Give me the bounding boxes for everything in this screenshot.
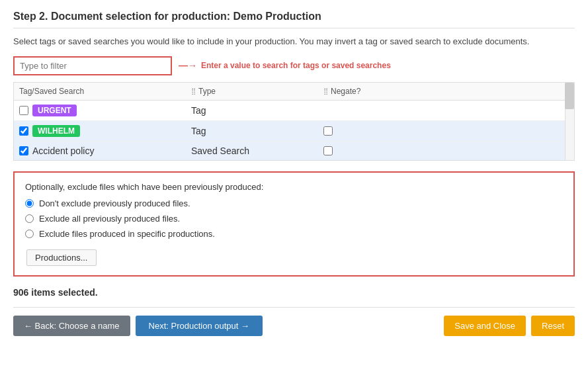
radio-no-exclude-input[interactable] — [25, 199, 34, 208]
row-type-accident-policy: Saved Search — [191, 146, 249, 156]
radio-no-exclude: Don't exclude previously produced files. — [25, 198, 563, 208]
radio-exclude-specific-input[interactable] — [25, 230, 34, 238]
footer-left: ← Back: Choose a name Next: Production o… — [13, 316, 263, 336]
back-button[interactable]: ← Back: Choose a name — [13, 316, 130, 336]
row-type-urgent: Tag — [191, 105, 206, 116]
row-negate-wilhelm[interactable] — [323, 126, 333, 136]
table-body: URGENT Tag WILHELM Tag — [14, 101, 574, 160]
step-title: Step 2. Document selection for productio… — [13, 11, 575, 28]
radio-exclude-all-input[interactable] — [25, 214, 34, 223]
exclusion-section: Optionally, exclude files which have bee… — [13, 171, 575, 277]
table-header: Tag/Saved Search ⣿ Type ⣿ Negate? — [14, 83, 574, 101]
save-close-button[interactable]: Save and Close — [444, 316, 526, 336]
footer: ← Back: Choose a name Next: Production o… — [13, 307, 575, 336]
row-type-wilhelm: Tag — [191, 126, 206, 136]
radio-no-exclude-label[interactable]: Don't exclude previously produced files. — [39, 198, 190, 208]
filter-input[interactable] — [13, 56, 172, 75]
row-label-accident-policy: Accident policy — [32, 146, 94, 156]
radio-exclude-all: Exclude all previously produced files. — [25, 214, 563, 224]
filter-hint: Enter a value to search for tags or save… — [201, 61, 391, 70]
description: Select tags or saved searches you would … — [13, 35, 575, 48]
table-row: WILHELM Tag — [14, 121, 574, 142]
table-row: URGENT Tag — [14, 101, 574, 121]
table-row: Accident policy Saved Search — [14, 142, 574, 160]
radio-exclude-all-label[interactable]: Exclude all previously produced files. — [39, 214, 180, 224]
col-tag-saved-search: Tag/Saved Search — [19, 87, 191, 96]
items-selected: 906 items selected. — [13, 287, 575, 298]
col-negate: ⣿ Negate? — [323, 87, 569, 96]
reset-button[interactable]: Reset — [531, 316, 575, 336]
exclusion-title: Optionally, exclude files which have bee… — [25, 182, 563, 192]
radio-exclude-specific: Exclude files produced in specific produ… — [25, 229, 563, 239]
row-checkbox-accident-policy[interactable] — [19, 146, 28, 155]
row-checkbox-wilhelm[interactable] — [19, 126, 28, 136]
tag-table: Tag/Saved Search ⣿ Type ⣿ Negate? URGENT… — [13, 82, 575, 161]
radio-exclude-specific-label[interactable]: Exclude files produced in specific produ… — [39, 229, 215, 239]
scrollbar[interactable] — [565, 83, 574, 160]
tag-badge-wilhelm: WILHELM — [32, 125, 80, 137]
next-button[interactable]: Next: Production output → — [136, 316, 263, 336]
row-negate-accident-policy[interactable] — [323, 146, 333, 155]
footer-right: Save and Close Reset — [444, 316, 575, 336]
row-checkbox-urgent[interactable] — [19, 106, 28, 115]
tag-badge-urgent: URGENT — [32, 105, 77, 116]
col-type: ⣿ Type — [191, 87, 323, 96]
productions-button[interactable]: Productions... — [26, 249, 97, 266]
